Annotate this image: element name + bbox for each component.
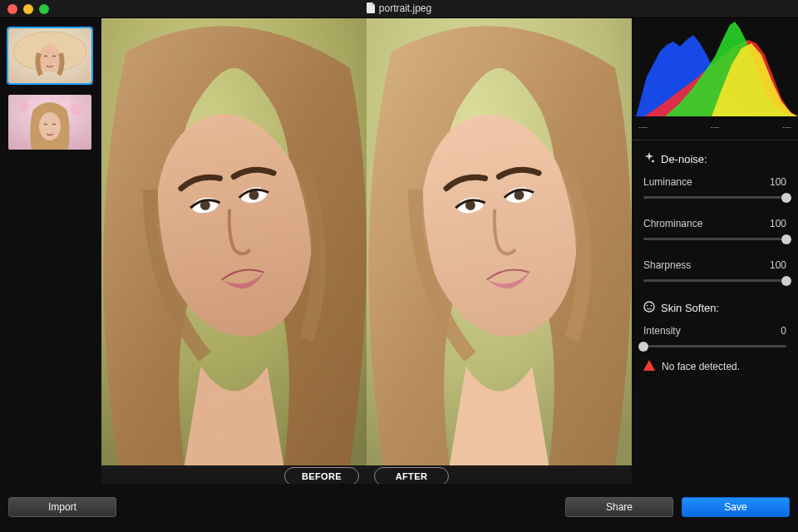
adjustments-panel: --- --- --- De-noise: Luminance 100 Chro… bbox=[632, 18, 798, 484]
before-image[interactable] bbox=[101, 18, 367, 466]
close-icon[interactable] bbox=[7, 4, 17, 14]
svg-point-3 bbox=[39, 44, 61, 72]
svg-point-36 bbox=[644, 302, 654, 312]
zoom-icon[interactable] bbox=[39, 4, 49, 14]
after-button[interactable]: AFTER bbox=[374, 467, 449, 485]
histogram bbox=[632, 18, 798, 118]
import-button[interactable]: Import bbox=[8, 497, 116, 517]
intensity-value: 0 bbox=[781, 325, 786, 337]
sharpness-slider[interactable] bbox=[643, 276, 786, 286]
after-image[interactable] bbox=[367, 18, 632, 466]
sharpness-label: Sharpness bbox=[643, 259, 691, 271]
editor-canvas: BEFORE AFTER bbox=[101, 18, 632, 484]
svg-point-7 bbox=[30, 98, 37, 105]
warning-text: No face detected. bbox=[662, 361, 740, 372]
svg-point-9 bbox=[39, 112, 61, 140]
sharpness-slider-row: Sharpness 100 bbox=[643, 259, 786, 286]
hist-right: --- bbox=[782, 121, 791, 131]
intensity-label: Intensity bbox=[643, 325, 681, 337]
svg-point-35 bbox=[652, 160, 654, 163]
document-icon bbox=[367, 2, 376, 16]
hist-mid: --- bbox=[711, 121, 720, 131]
histogram-values: --- --- --- bbox=[638, 121, 791, 131]
footer-bar: Import Share Save bbox=[0, 484, 798, 532]
chrominance-value: 100 bbox=[770, 218, 786, 229]
face-warning: No face detected. bbox=[643, 360, 786, 373]
compare-toggle-row: BEFORE AFTER bbox=[101, 466, 632, 485]
luminance-slider[interactable] bbox=[643, 193, 786, 203]
sharpness-value: 100 bbox=[770, 259, 786, 271]
window-controls bbox=[7, 4, 49, 14]
divider bbox=[632, 140, 798, 140]
denoise-section-title: De-noise: bbox=[643, 152, 786, 166]
luminance-label: Luminance bbox=[643, 176, 692, 188]
chrominance-slider[interactable] bbox=[643, 234, 786, 244]
hist-left: --- bbox=[638, 121, 648, 131]
face-icon bbox=[643, 301, 655, 315]
svg-point-5 bbox=[18, 101, 28, 111]
minimize-icon[interactable] bbox=[23, 4, 33, 14]
sparkle-icon bbox=[643, 152, 655, 166]
svg-point-8 bbox=[62, 98, 71, 106]
chrominance-label: Chrominance bbox=[643, 218, 702, 229]
thumbnail-1[interactable] bbox=[8, 28, 91, 83]
save-button[interactable]: Save bbox=[682, 497, 790, 517]
filename: portrait.jpeg bbox=[379, 2, 431, 14]
titlebar: portrait.jpeg bbox=[0, 0, 798, 18]
intensity-slider-row: Intensity 0 bbox=[643, 325, 786, 352]
thumbnail-sidebar bbox=[0, 18, 101, 484]
window-title: portrait.jpeg bbox=[0, 2, 798, 16]
svg-point-37 bbox=[647, 305, 648, 307]
before-button[interactable]: BEFORE bbox=[284, 467, 359, 485]
svg-point-6 bbox=[71, 104, 82, 116]
thumbnail-2[interactable] bbox=[8, 95, 91, 150]
skin-section-title: Skin Soften: bbox=[643, 301, 786, 315]
svg-point-38 bbox=[651, 305, 653, 307]
warning-icon bbox=[643, 360, 655, 373]
share-button[interactable]: Share bbox=[565, 497, 673, 517]
luminance-value: 100 bbox=[770, 176, 786, 188]
luminance-slider-row: Luminance 100 bbox=[643, 176, 786, 203]
chrominance-slider-row: Chrominance 100 bbox=[643, 218, 786, 244]
intensity-slider[interactable] bbox=[643, 342, 786, 352]
